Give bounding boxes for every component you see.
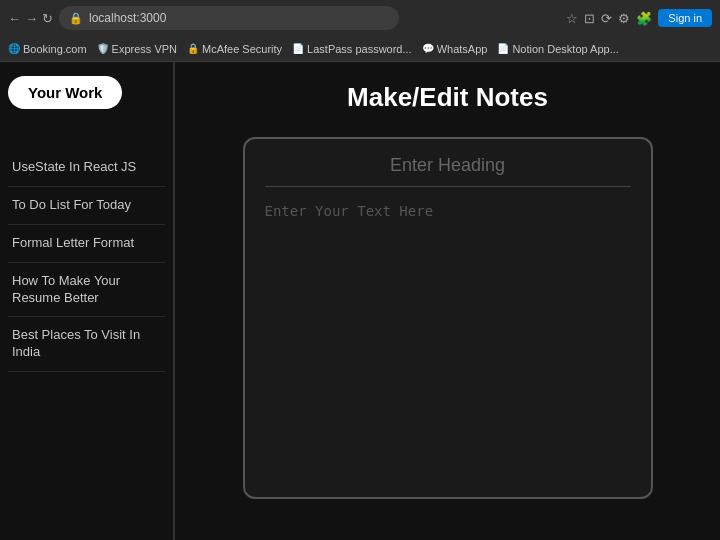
- browser-actions: ☆ ⊡ ⟳ ⚙ 🧩 Sign in: [566, 9, 712, 27]
- sidebar-note-item-4[interactable]: How To Make Your Resume Better: [8, 263, 165, 318]
- browser-toolbar: ← → ↻ 🔒 localhost:3000 ☆ ⊡ ⟳ ⚙ 🧩 Sign in: [0, 0, 720, 36]
- back-icon[interactable]: ←: [8, 11, 21, 26]
- sidebar-note-item-2[interactable]: To Do List For Today: [8, 187, 165, 225]
- bookmark-item-vpn[interactable]: 🛡️ Express VPN: [97, 43, 177, 55]
- bookmark-icon[interactable]: ⊡: [584, 11, 595, 26]
- page-title: Make/Edit Notes: [347, 82, 548, 113]
- settings-icon[interactable]: ⚙: [618, 11, 630, 26]
- sidebar-note-item-1[interactable]: UseState In React JS: [8, 149, 165, 187]
- bookmark-icon-vpn: 🛡️: [97, 43, 109, 54]
- signin-button[interactable]: Sign in: [658, 9, 712, 27]
- note-heading-input[interactable]: [265, 155, 631, 187]
- bookmark-label-lastpass: LastPass password...: [307, 43, 412, 55]
- bookmark-label-vpn: Express VPN: [112, 43, 177, 55]
- star-icon[interactable]: ☆: [566, 11, 578, 26]
- address-bar[interactable]: 🔒 localhost:3000: [59, 6, 399, 30]
- bookmark-icon-whatsapp: 💬: [422, 43, 434, 54]
- bookmark-item-lastpass[interactable]: 📄 LastPass password...: [292, 43, 412, 55]
- note-editor-card: [243, 137, 653, 499]
- bookmarks-bar: 🌐 Booking.com 🛡️ Express VPN 🔒 McAfee Se…: [0, 36, 720, 62]
- bookmark-item-whatsapp[interactable]: 💬 WhatsApp: [422, 43, 488, 55]
- sidebar-note-item-5[interactable]: Best Places To Visit In India: [8, 317, 165, 372]
- browser-chrome: ← → ↻ 🔒 localhost:3000 ☆ ⊡ ⟳ ⚙ 🧩 Sign in…: [0, 0, 720, 62]
- bookmark-item[interactable]: 🌐 Booking.com: [8, 43, 87, 55]
- bookmark-label-notion: Notion Desktop App...: [512, 43, 618, 55]
- address-text: localhost:3000: [89, 11, 166, 25]
- main-content: Make/Edit Notes: [175, 62, 720, 540]
- bookmark-icon-mcafee: 🔒: [187, 43, 199, 54]
- sidebar: Your Work UseState In React JS To Do Lis…: [0, 62, 175, 540]
- forward-icon[interactable]: →: [25, 11, 38, 26]
- app-container: Your Work UseState In React JS To Do Lis…: [0, 62, 720, 540]
- bookmark-label-whatsapp: WhatsApp: [437, 43, 488, 55]
- history-icon[interactable]: ⟳: [601, 11, 612, 26]
- refresh-icon[interactable]: ↻: [42, 11, 53, 26]
- bookmark-icon-notion: 📄: [497, 43, 509, 54]
- bookmark-icon-booking: 🌐: [8, 43, 20, 54]
- browser-controls: ← → ↻: [8, 11, 53, 26]
- bookmark-item-notion[interactable]: 📄 Notion Desktop App...: [497, 43, 618, 55]
- bookmark-label: Booking.com: [23, 43, 87, 55]
- bookmark-icon-lastpass: 📄: [292, 43, 304, 54]
- security-icon: 🔒: [69, 12, 83, 25]
- sidebar-brand-button[interactable]: Your Work: [8, 76, 122, 109]
- bookmark-label-mcafee: McAfee Security: [202, 43, 282, 55]
- bookmark-item-mcafee[interactable]: 🔒 McAfee Security: [187, 43, 282, 55]
- sidebar-note-item-3[interactable]: Formal Letter Format: [8, 225, 165, 263]
- extension-icon[interactable]: 🧩: [636, 11, 652, 26]
- note-text-input[interactable]: [265, 201, 631, 481]
